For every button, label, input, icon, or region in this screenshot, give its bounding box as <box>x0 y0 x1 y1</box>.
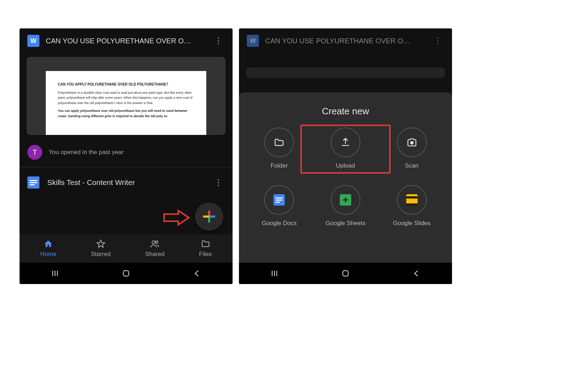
nav-starred-label: Starred <box>91 251 111 258</box>
nav-home-label: Home <box>40 251 56 258</box>
file-title-dim: CAN YOU USE POLYURETHANE OVER O… <box>265 37 425 45</box>
back-icon[interactable] <box>412 269 421 278</box>
file-title: CAN YOU USE POLYURETHANE OVER O… <box>46 37 206 45</box>
people-icon <box>150 239 159 249</box>
android-nav-bar <box>20 263 233 284</box>
nav-shared[interactable]: Shared <box>145 239 165 258</box>
file-2-title: Skills Test - Content Writer <box>47 178 204 187</box>
recents-icon[interactable] <box>50 269 60 278</box>
nav-shared-label: Shared <box>145 251 165 258</box>
plus-icon <box>203 211 215 223</box>
folder-icon <box>201 239 210 249</box>
back-icon[interactable] <box>192 269 202 278</box>
scan-label: Scan <box>405 162 419 169</box>
doc-para-2: You can apply polyurethane over old poly… <box>58 108 194 119</box>
slides-label: Google Slides <box>393 220 431 227</box>
google-sheets-icon <box>340 194 351 206</box>
upload-label: Upload <box>336 162 355 169</box>
doc-heading: CAN YOU APPLY POLYURETHANE OVER OLD POLY… <box>58 82 194 87</box>
nav-files[interactable]: Files <box>199 239 212 258</box>
nav-files-label: Files <box>199 251 212 258</box>
nav-starred[interactable]: Starred <box>91 239 111 258</box>
create-docs[interactable]: Google Docs <box>246 185 312 227</box>
folder-icon <box>274 137 284 148</box>
create-scan[interactable]: Scan <box>379 127 445 171</box>
docs-label: Google Docs <box>262 220 296 227</box>
upload-icon <box>340 137 351 148</box>
nav-home[interactable]: Home <box>40 239 56 258</box>
google-docs-icon <box>27 176 39 189</box>
word-doc-icon: W <box>247 35 259 47</box>
more-icon[interactable]: ⋮ <box>212 36 225 46</box>
svg-rect-12 <box>343 271 348 276</box>
word-doc-icon: W <box>27 35 39 47</box>
file-card-header-dim: W CAN YOU USE POLYURETHANE OVER O… ⋮ <box>239 28 452 53</box>
new-fab-button[interactable] <box>195 202 223 231</box>
file-card-header[interactable]: W CAN YOU USE POLYURETHANE OVER O… ⋮ <box>20 28 233 53</box>
home-icon <box>44 239 53 249</box>
document-preview[interactable]: CAN YOU APPLY POLYURETHANE OVER OLD POLY… <box>27 57 225 135</box>
google-slides-icon <box>406 194 418 206</box>
doc-preview-dim <box>246 67 445 78</box>
camera-icon <box>407 137 417 148</box>
home-button-icon[interactable] <box>121 269 131 278</box>
activity-text: You opened in the past year <box>49 149 124 156</box>
svg-rect-5 <box>123 271 129 276</box>
right-screenshot: W CAN YOU USE POLYURETHANE OVER O… ⋮ Cre… <box>239 28 452 284</box>
doc-para-1: Polyurethane is a durable clear coat use… <box>58 90 194 105</box>
google-docs-icon <box>273 194 285 206</box>
svg-point-0 <box>152 241 156 244</box>
annotation-arrow-icon <box>162 209 191 227</box>
create-new-sheet: Create new Folder Upload Scan Google Doc… <box>239 92 452 263</box>
file-row-2[interactable]: Skills Test - Content Writer ⋮ <box>20 167 233 198</box>
create-upload[interactable]: Upload <box>300 125 391 174</box>
recents-icon[interactable] <box>270 269 279 278</box>
avatar: T <box>27 145 42 160</box>
create-slides[interactable]: Google Slides <box>379 185 445 227</box>
home-button-icon[interactable] <box>341 269 350 278</box>
svg-point-1 <box>156 241 158 243</box>
android-nav-bar <box>239 263 452 284</box>
star-icon <box>96 239 105 249</box>
bottom-nav: Home Starred Shared Files <box>20 234 233 263</box>
left-screenshot: W CAN YOU USE POLYURETHANE OVER O… ⋮ CAN… <box>20 28 233 284</box>
activity-row: T You opened in the past year <box>20 138 233 167</box>
more-icon[interactable]: ⋮ <box>212 178 225 187</box>
sheet-title: Create new <box>246 106 445 117</box>
doc-page-thumb: CAN YOU APPLY POLYURETHANE OVER OLD POLY… <box>46 71 206 135</box>
more-icon: ⋮ <box>431 36 444 46</box>
create-sheets[interactable]: Google Sheets <box>312 185 379 227</box>
folder-label: Folder <box>271 162 288 169</box>
sheets-label: Google Sheets <box>326 220 365 227</box>
svg-point-6 <box>410 142 413 145</box>
